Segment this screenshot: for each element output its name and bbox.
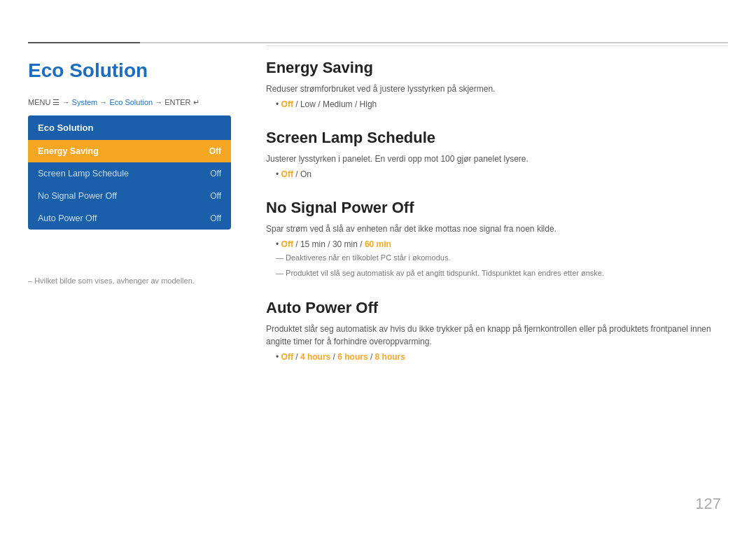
- section-title-no-signal: No Signal Power Off: [266, 199, 728, 217]
- opt-8hours: 8 hours: [375, 352, 405, 362]
- sidebar-panel: Eco Solution Energy Saving Off Screen La…: [28, 115, 231, 230]
- note-eco-mode: Deaktiveres når en tilkoblet PC står i ø…: [266, 252, 728, 265]
- section-desc-screen-lamp: Justerer lysstyrken i panelet. En verdi …: [266, 153, 728, 165]
- menu-system: System: [72, 98, 98, 106]
- section-screen-lamp: Screen Lamp Schedule Justerer lysstyrken…: [266, 129, 728, 179]
- section-no-signal: No Signal Power Off Spar strøm ved å slå…: [266, 199, 728, 279]
- opt-60min: 60 min: [365, 239, 391, 249]
- menu-icon: ☰: [52, 98, 62, 106]
- section-desc-no-signal: Spar strøm ved å slå av enheten når det …: [266, 223, 728, 235]
- menu-label: MENU: [28, 98, 50, 106]
- section-options-no-signal: • Off / 15 min / 30 min / 60 min: [266, 239, 728, 249]
- section-desc-energy-saving: Reduser strømforbruket ved å justere lys…: [266, 83, 728, 95]
- content-area: Energy Saving Reduser strømforbruket ved…: [266, 45, 728, 381]
- section-auto-power: Auto Power Off Produktet slår seg automa…: [266, 299, 728, 362]
- sidebar-item-label: Energy Saving: [38, 146, 99, 156]
- opt-slash1: /: [295, 352, 300, 362]
- menu-eco: Eco Solution: [109, 98, 153, 106]
- sidebar-item-auto-power[interactable]: Auto Power Off Off: [28, 207, 231, 230]
- opt-slash3: /: [370, 352, 375, 362]
- section-energy-saving: Energy Saving Reduser strømforbruket ved…: [266, 59, 728, 109]
- opt-on-screen: / On: [295, 169, 312, 179]
- section-title-auto-power: Auto Power Off: [266, 299, 728, 317]
- sidebar-item-no-signal[interactable]: No Signal Power Off Off: [28, 185, 231, 207]
- opt-off-nosignal: Off: [281, 239, 293, 249]
- sidebar-item-value: Off: [209, 146, 221, 156]
- menu-enter-label: ENTER: [164, 98, 190, 106]
- menu-enter-icon: ↵: [193, 98, 200, 106]
- menu-arrow2: →: [99, 98, 109, 106]
- opt-6hours: 6 hours: [337, 352, 368, 362]
- opt-separator: / Low / Medium / High: [295, 99, 377, 109]
- sidebar-item-value: Off: [210, 191, 221, 201]
- page-number: 127: [695, 495, 721, 513]
- section-options-energy-saving: • Off / Low / Medium / High: [266, 99, 728, 109]
- section-options-auto-power: • Off / 4 hours / 6 hours / 8 hours: [266, 352, 728, 362]
- menu-arrow1: →: [62, 98, 72, 106]
- sidebar-item-label: Screen Lamp Schedule: [38, 169, 129, 178]
- sidebar-item-screen-lamp[interactable]: Screen Lamp Schedule Off: [28, 162, 231, 185]
- content-divider: [266, 45, 728, 46]
- sidebar-header: Eco Solution: [28, 115, 231, 140]
- sidebar-item-energy-saving[interactable]: Energy Saving Off: [28, 140, 231, 162]
- menu-path: MENU ☰ → System → Eco Solution → ENTER ↵: [28, 98, 200, 107]
- opt-4hours: 4 hours: [300, 352, 330, 362]
- sidebar-item-value: Off: [210, 169, 221, 178]
- sidebar-item-label: Auto Power Off: [38, 213, 97, 223]
- section-desc-auto-power: Produktet slår seg automatisk av hvis du…: [266, 323, 728, 348]
- note-auto-off: Produktet vil slå seg automatisk av på e…: [266, 267, 728, 280]
- sidebar-item-value: Off: [210, 213, 221, 223]
- top-divider-accent: [28, 42, 140, 43]
- opt-off-auto: Off: [281, 352, 293, 362]
- section-title-screen-lamp: Screen Lamp Schedule: [266, 129, 728, 147]
- page-title: Eco Solution: [28, 59, 148, 82]
- menu-arrow3: →: [155, 98, 164, 106]
- opt-off-screen: Off: [281, 169, 293, 179]
- section-title-energy-saving: Energy Saving: [266, 59, 728, 77]
- footnote: – Hvilket bilde som vises, avhenger av m…: [28, 276, 195, 285]
- opt-off: Off: [281, 99, 293, 109]
- section-options-screen-lamp: • Off / On: [266, 169, 728, 179]
- sidebar-item-label: No Signal Power Off: [38, 191, 117, 201]
- opt-15min: / 15 min / 30 min /: [295, 239, 365, 249]
